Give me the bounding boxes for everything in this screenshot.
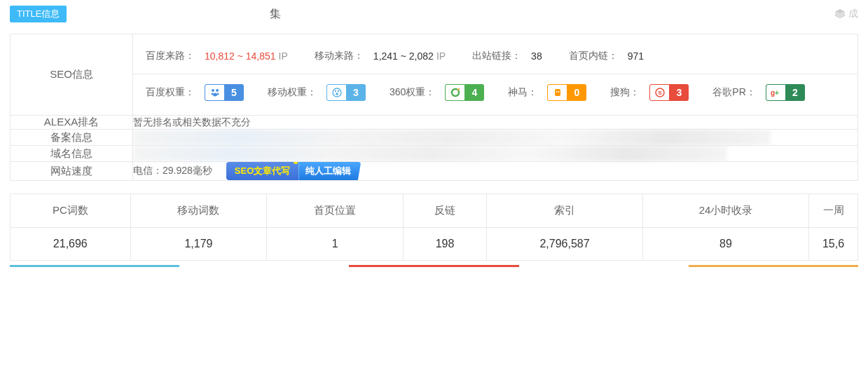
layers-icon (834, 8, 846, 20)
sogou-weight-label: 搜狗 (610, 86, 640, 99)
inlinks-label: 首页内链 (569, 50, 618, 62)
stats-value[interactable]: 2,796,587 (486, 228, 642, 261)
svg-point-4 (213, 93, 217, 97)
outlinks-value[interactable]: 38 (531, 50, 542, 62)
alexa-label: ALEXA排名 (11, 116, 133, 130)
baidu-weight-badge[interactable]: 5 (205, 84, 244, 101)
domain-value (133, 146, 858, 162)
stats-header-row: PC词数 移动词数 首页位置 反链 索引 24小时收录 一周 (11, 194, 858, 228)
svg-text:S: S (658, 90, 662, 96)
stats-value[interactable]: 1,179 (130, 228, 267, 261)
header-right-text: 成 (848, 8, 858, 20)
header-right[interactable]: 成 (834, 8, 858, 20)
mobile-traffic-label: 移动来路 (315, 50, 364, 62)
promo-right-text: 纯人工编辑 (298, 162, 361, 180)
svg-rect-10 (555, 89, 560, 96)
360-weight-label: 360权重 (390, 86, 435, 99)
outlinks-label: 出站链接 (472, 50, 521, 62)
stats-value[interactable]: 21,696 (11, 228, 131, 261)
seo-traffic-row: 百度来路 10,812 ~ 14,851IP 移动来路 1,241 ~ 2,08… (133, 39, 857, 74)
svg-point-11 (556, 91, 557, 93)
stats-header[interactable]: 反链 (404, 194, 487, 228)
speed-row: 电信：29.928毫秒 SEO文章代写 纯人工编辑 (133, 162, 857, 180)
stats-table: PC词数 移动词数 首页位置 反链 索引 24小时收录 一周 21,696 1,… (10, 193, 858, 261)
domain-label: 域名信息 (11, 146, 133, 162)
shenma-weight-badge[interactable]: 0 (547, 84, 586, 101)
stats-value[interactable]: 198 (404, 228, 487, 261)
page-title-suffix: 集 (270, 7, 281, 22)
stats-value[interactable]: 1 (267, 228, 404, 261)
svg-point-1 (216, 89, 219, 92)
baidu-weight-label: 百度权重 (146, 86, 195, 99)
stats-header[interactable]: 一周 (809, 194, 858, 228)
alexa-value: 暂无排名或相关数据不充分 (133, 116, 858, 130)
speed-text: 电信：29.928毫秒 (133, 165, 212, 177)
sogou-weight-badge[interactable]: S 3 (649, 84, 689, 101)
page-header: TITLE信息 集 成 (0, 0, 868, 28)
svg-point-7 (337, 90, 338, 92)
seo-weights-row: 百度权重 5 移动权重 3 360权重 4 神马 (133, 74, 857, 111)
stats-value-row: 21,696 1,179 1 198 2,796,587 89 15,6 (11, 228, 858, 261)
bottom-accent-bars (10, 265, 858, 267)
promo-left-text: SEO文章代写 (226, 162, 298, 180)
baidu-traffic-value[interactable]: 10,812 ~ 14,851IP (205, 50, 288, 62)
google-pr-badge[interactable]: g+ 2 (766, 84, 805, 101)
stats-header[interactable]: 移动词数 (130, 194, 267, 228)
shenma-weight-label: 神马 (508, 86, 537, 99)
promo-badge[interactable]: SEO文章代写 纯人工编辑 (226, 162, 361, 180)
svg-point-8 (336, 93, 338, 95)
mobile-baidu-icon (326, 84, 346, 101)
360-icon (445, 84, 464, 101)
svg-text:g+: g+ (771, 89, 779, 97)
stats-header[interactable]: PC词数 (11, 194, 131, 228)
svg-point-0 (212, 89, 214, 92)
baidu-traffic-label: 百度来路 (146, 50, 195, 62)
svg-point-5 (333, 88, 341, 97)
inlinks-value[interactable]: 971 (628, 50, 644, 62)
360-weight-badge[interactable]: 4 (445, 84, 484, 101)
stats-header[interactable]: 索引 (486, 194, 642, 228)
info-table: SEO信息 百度来路 10,812 ~ 14,851IP 移动来路 1,241 … (10, 34, 858, 181)
shenma-icon (547, 84, 567, 101)
beian-value (133, 130, 858, 146)
mobile-weight-label: 移动权重 (268, 86, 317, 99)
svg-point-6 (334, 90, 336, 92)
svg-point-12 (558, 91, 559, 93)
seo-label: SEO信息 (11, 34, 133, 116)
baidu-paw-icon (205, 84, 224, 101)
stats-value[interactable]: 89 (643, 228, 809, 261)
beian-label: 备案信息 (11, 130, 133, 146)
mobile-weight-badge[interactable]: 3 (326, 84, 366, 101)
stats-header[interactable]: 24小时收录 (643, 194, 809, 228)
speed-label: 网站速度 (11, 162, 133, 181)
stats-value[interactable]: 15,6 (809, 228, 858, 261)
title-badge: TITLE信息 (10, 6, 67, 22)
sogou-icon: S (649, 84, 669, 101)
google-icon: g+ (766, 84, 785, 101)
google-pr-label: 谷歌PR (712, 86, 755, 99)
stats-header[interactable]: 首页位置 (267, 194, 404, 228)
mobile-traffic-value[interactable]: 1,241 ~ 2,082IP (373, 50, 446, 62)
